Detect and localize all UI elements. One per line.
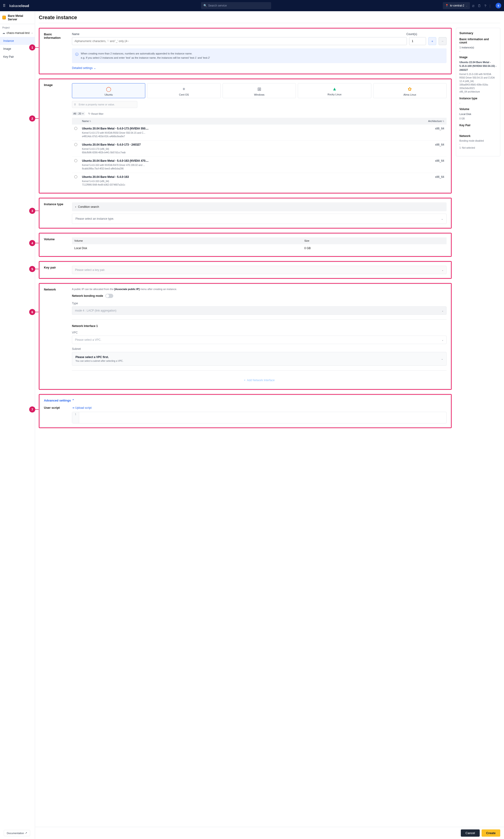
os-tile-ubuntu[interactable]: ◯Ubuntu: [72, 83, 145, 98]
keypair-select[interactable]: Please select a key pair. ⌄: [72, 266, 447, 274]
chevron-down-icon: ⌄: [441, 217, 443, 220]
add-interface-button[interactable]: + Add Network Interface: [72, 375, 447, 385]
os-tile-windows[interactable]: ⊞Windows: [222, 83, 296, 98]
notebook-icon[interactable]: 🗒: [478, 4, 481, 8]
page-title: Create instance: [39, 14, 500, 23]
image-radio[interactable]: [74, 175, 77, 178]
table-row[interactable]: Ubuntu 20.04 Bare Metal - 5.4.0-173 - 24…: [72, 141, 447, 157]
count-minus-button[interactable]: −: [438, 37, 447, 45]
col-name[interactable]: Name⇅: [79, 118, 364, 125]
upload-script-link[interactable]: ⇥ Upload script: [72, 406, 92, 409]
cancel-button[interactable]: Cancel: [461, 829, 480, 837]
cloud-icon: ☁: [2, 31, 5, 35]
summary-panel: Summary Basic information and count 1 in…: [456, 28, 500, 156]
chevron-down-icon: ⌄: [441, 357, 443, 360]
filter-chip[interactable]: All : 20 ×: [72, 112, 85, 116]
chevron-right-icon: ›: [32, 32, 33, 34]
step-badge-6: 6: [29, 309, 35, 315]
image-filter-input[interactable]: ⚲ Enter a property name or value.: [72, 101, 137, 108]
subnet-label: Subnet: [72, 347, 447, 351]
project-selector[interactable]: ☁chaos-manual-test ›: [0, 30, 35, 37]
table-row: Local Disk 0 GB: [72, 244, 447, 252]
section-label-keypair: Key pair: [44, 266, 67, 274]
subnet-select[interactable]: Please select a VPC first. You can selec…: [72, 352, 447, 366]
bonding-type-select: mode 4 : LACP (link aggregation) ⌄: [72, 307, 447, 315]
table-row[interactable]: Ubuntu 20.04 Bare Metal - 5.4.0-173 (NVI…: [72, 125, 447, 141]
sidebar-item-keypair[interactable]: Key Pair: [0, 53, 35, 61]
bonding-toggle[interactable]: [105, 294, 113, 298]
chevron-down-icon: ⌄: [466, 4, 468, 7]
apps-grid-icon[interactable]: ⠿: [3, 3, 6, 8]
section-label-image: Image: [44, 83, 67, 189]
header-icons: ⎚ 🗒 ? | S: [472, 3, 501, 8]
user-avatar[interactable]: S: [496, 3, 501, 8]
vpc-select[interactable]: Please select a VPC. ⌄: [72, 336, 447, 344]
bonding-label: Network bonding mode: [72, 294, 103, 297]
project-label: Project: [0, 24, 35, 30]
col-size: Size: [302, 238, 447, 244]
info-icon: ⓘ: [75, 52, 78, 60]
condition-search-toggle[interactable]: › Condition search: [72, 203, 447, 211]
rocky-icon: ▲: [299, 86, 370, 92]
chevron-down-icon: ⌄: [442, 269, 444, 271]
logo[interactable]: kakaocloud: [10, 4, 29, 8]
step-badge-5: 5: [29, 266, 35, 272]
external-link-icon: ↗: [25, 832, 27, 835]
image-radio[interactable]: [74, 143, 77, 146]
userscript-label: User script: [44, 406, 67, 423]
sidebar-service-title[interactable]: Bare Metal Server: [0, 11, 35, 24]
instance-name-input[interactable]: [72, 37, 407, 45]
step-badge-2: 2: [29, 116, 35, 122]
service-icon: [2, 16, 6, 19]
chevron-up-icon: ⌃: [72, 399, 74, 402]
search-icon: 🔍: [203, 4, 207, 7]
help-icon[interactable]: ?: [484, 4, 486, 8]
image-radio[interactable]: [74, 127, 77, 130]
count-plus-button[interactable]: +: [428, 37, 436, 45]
count-input[interactable]: [409, 37, 426, 45]
os-tile-rocky[interactable]: ▲Rocky Linux: [298, 83, 371, 98]
app-header: ⠿ kakaocloud 🔍 Search service 📍 kr-centr…: [0, 0, 504, 11]
upload-icon: ⇥: [72, 406, 74, 409]
os-tile-alma[interactable]: ✿Alma Linux: [373, 83, 447, 98]
terminal-icon[interactable]: ⎚: [472, 4, 474, 8]
type-label: Type: [72, 302, 447, 305]
close-icon[interactable]: ×: [82, 112, 84, 115]
col-arch[interactable]: Architecture⇅: [364, 118, 447, 125]
reset-icon: ↻: [88, 112, 90, 115]
table-row[interactable]: Ubuntu 20.04 Bare Metal - 5.4.0-163Kerne…: [72, 173, 447, 189]
volume-table: Volume Size Local Disk 0 GB: [72, 238, 447, 252]
os-tile-centos[interactable]: ✦Cent OS: [147, 83, 220, 98]
step-badge-3: 3: [29, 208, 35, 214]
info-banner: ⓘ When creating more than 2 instances, n…: [72, 48, 447, 63]
sidebar: Bare Metal Server Project ☁chaos-manual-…: [0, 11, 35, 839]
chevron-right-icon: ›: [75, 205, 76, 208]
alma-icon: ✿: [374, 86, 445, 92]
image-radio[interactable]: [74, 159, 77, 162]
table-row[interactable]: Ubuntu 20.04 Bare Metal - 5.4.0-163 (NVI…: [72, 157, 447, 173]
create-button[interactable]: Create: [482, 829, 500, 837]
section-label-basic: Basic information: [44, 33, 67, 70]
instance-type-select[interactable]: Please select an instance type. ⌄: [72, 214, 447, 224]
location-icon: 📍: [445, 4, 449, 7]
vpc-label: VPC: [72, 331, 447, 334]
region-selector[interactable]: 📍 kr-central-2 ⌄: [443, 2, 470, 9]
section-label-network: Network: [44, 288, 67, 385]
script-editor[interactable]: 1: [72, 412, 447, 423]
detailed-settings-link[interactable]: Detailed settings ⌄: [72, 66, 96, 70]
sidebar-item-instance[interactable]: Instance: [0, 37, 35, 45]
centos-icon: ✦: [148, 86, 219, 92]
reset-filter-link[interactable]: ↻Reset filter: [88, 112, 104, 115]
image-table: Name⇅ Architecture⇅ Ubuntu 20.04 Bare Me…: [72, 118, 447, 189]
search-input[interactable]: 🔍 Search service: [201, 2, 271, 9]
documentation-button[interactable]: Documentation ↗: [4, 830, 30, 836]
network-note: A public IP can be allocated from the [A…: [72, 288, 447, 291]
section-label-volume: Volume: [44, 238, 67, 252]
sort-icon: ⇅: [89, 120, 91, 122]
footer-bar: Cancel Create: [35, 827, 504, 839]
step-badge-4: 4: [29, 240, 35, 246]
step-badge-7: 7: [29, 406, 35, 413]
sort-icon: ⇅: [442, 120, 444, 122]
advanced-settings-toggle[interactable]: Advanced settings ⌃: [44, 399, 74, 402]
divider: |: [489, 4, 490, 8]
